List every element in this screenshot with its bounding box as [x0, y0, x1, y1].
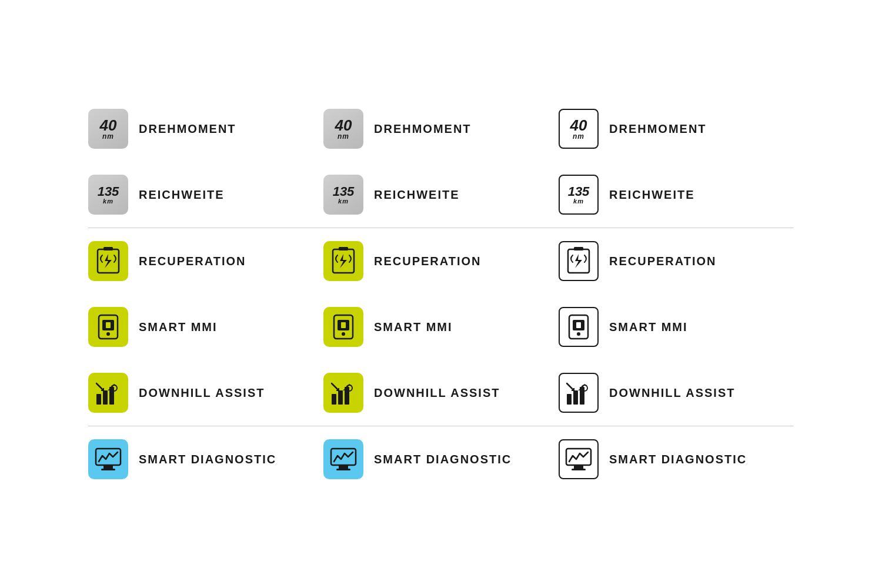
icon-smartdiag-blue-2	[323, 439, 363, 479]
svg-rect-35	[336, 469, 350, 470]
grid-layout: 40 nm DREHMOMENT 40 nm DREHMOMENT	[88, 96, 794, 492]
svg-rect-31	[103, 465, 113, 469]
icon-drehmoment-outline: 40 nm	[559, 109, 599, 149]
row-reichweite: 135 km REICHWEITE 135 km REICHWEITE	[88, 162, 794, 228]
label-smartdiag-2: SMART DIAGNOSTIC	[374, 453, 512, 466]
col-1-reichweite: 135 km REICHWEITE	[88, 175, 323, 215]
svg-rect-9	[106, 322, 111, 328]
label-drehmoment-2: DREHMOMENT	[374, 122, 472, 136]
col-2-smartmmi: SMART MMI	[323, 307, 559, 347]
icon-smartmmi-green-1	[88, 307, 128, 347]
label-smartmmi-2: SMART MMI	[374, 320, 453, 334]
col-2-recuperation: RECUPERATION	[323, 241, 559, 281]
icon-reichweite-outline: 135 km	[559, 175, 599, 215]
svg-point-16	[577, 332, 580, 336]
label-downhill-1: DOWNHILL ASSIST	[139, 386, 265, 400]
svg-rect-37	[574, 465, 583, 469]
svg-rect-33	[331, 449, 356, 465]
svg-rect-5	[574, 247, 583, 250]
label-recuperation-1: RECUPERATION	[139, 255, 246, 268]
svg-rect-22	[332, 394, 336, 405]
label-downhill-3: DOWNHILL ASSIST	[609, 386, 735, 400]
svg-rect-1	[103, 247, 113, 250]
svg-rect-19	[103, 390, 108, 405]
svg-rect-32	[101, 469, 115, 470]
recuperation-svg-3	[563, 246, 594, 276]
torque-num-1: 40	[100, 118, 117, 133]
label-reichweite-2: REICHWEITE	[374, 188, 460, 202]
icon-downhill-outline	[559, 373, 599, 413]
row-smartdiag: SMART DIAGNOSTIC SMART DIAGNOSTIC	[88, 426, 794, 492]
smartdiag-svg-1	[93, 444, 123, 475]
icon-recuperation-outline	[559, 241, 599, 281]
svg-rect-3	[339, 247, 348, 250]
smartdiag-svg-3	[563, 444, 594, 475]
icon-smartmmi-outline	[559, 307, 599, 347]
label-smartdiag-3: SMART DIAGNOSTIC	[609, 453, 747, 466]
svg-point-12	[342, 332, 345, 336]
label-recuperation-3: RECUPERATION	[609, 255, 717, 268]
icon-reichweite-gray-1: 135 km	[88, 175, 128, 215]
svg-rect-17	[576, 322, 581, 328]
smartmmi-svg-1	[93, 312, 123, 342]
col-2-smartdiag: SMART DIAGNOSTIC	[323, 439, 559, 479]
label-downhill-2: DOWNHILL ASSIST	[374, 386, 500, 400]
svg-rect-38	[572, 469, 586, 470]
icon-recuperation-green-1	[88, 241, 128, 281]
downhill-svg-2	[328, 377, 359, 408]
row-recuperation: RECUPERATION RECUPERATION	[88, 228, 794, 294]
svg-rect-23	[338, 390, 343, 405]
col-2-downhill: DOWNHILL ASSIST	[323, 373, 559, 413]
smartdiag-svg-2	[328, 444, 359, 475]
col-1-downhill: DOWNHILL ASSIST	[88, 373, 323, 413]
col-3-drehmoment: 40 nm DREHMOMENT	[559, 109, 794, 149]
svg-rect-26	[567, 394, 572, 405]
label-drehmoment-1: DREHMOMENT	[139, 122, 236, 136]
svg-rect-18	[96, 394, 101, 405]
icon-drehmoment-gray-2: 40 nm	[323, 109, 363, 149]
col-1-recuperation: RECUPERATION	[88, 241, 323, 281]
col-2-drehmoment: 40 nm DREHMOMENT	[323, 109, 559, 149]
col-2-reichweite: 135 km REICHWEITE	[323, 175, 559, 215]
row-downhill: DOWNHILL ASSIST DOWNHILL ASSIST	[88, 360, 794, 426]
icon-downhill-green-1	[88, 373, 128, 413]
label-recuperation-2: RECUPERATION	[374, 255, 482, 268]
main-container: 40 nm DREHMOMENT 40 nm DREHMOMENT	[0, 0, 882, 588]
svg-rect-30	[96, 449, 121, 465]
icon-reichweite-gray-2: 135 km	[323, 175, 363, 215]
label-smartmmi-1: SMART MMI	[139, 320, 218, 334]
downhill-svg-1	[93, 377, 123, 408]
col-3-recuperation: RECUPERATION	[559, 241, 794, 281]
col-1-smartmmi: SMART MMI	[88, 307, 323, 347]
svg-rect-27	[573, 390, 578, 405]
icon-smartdiag-outline	[559, 439, 599, 479]
icon-downhill-green-2	[323, 373, 363, 413]
icon-recuperation-green-2	[323, 241, 363, 281]
label-smartmmi-3: SMART MMI	[609, 320, 688, 334]
col-3-smartmmi: SMART MMI	[559, 307, 794, 347]
svg-point-8	[106, 332, 110, 336]
row-smartmmi: SMART MMI SMART MMI	[88, 294, 794, 360]
col-1-smartdiag: SMART DIAGNOSTIC	[88, 439, 323, 479]
label-smartdiag-1: SMART DIAGNOSTIC	[139, 453, 276, 466]
downhill-svg-3	[563, 377, 594, 408]
label-reichweite-1: REICHWEITE	[139, 188, 225, 202]
svg-rect-13	[341, 322, 346, 328]
icon-smartmmi-green-2	[323, 307, 363, 347]
smartmmi-svg-2	[328, 312, 359, 342]
row-drehmoment: 40 nm DREHMOMENT 40 nm DREHMOMENT	[88, 96, 794, 162]
col-1-drehmoment: 40 nm DREHMOMENT	[88, 109, 323, 149]
recuperation-svg-1	[93, 246, 123, 276]
label-drehmoment-3: DREHMOMENT	[609, 122, 707, 136]
col-3-downhill: DOWNHILL ASSIST	[559, 373, 794, 413]
icon-drehmoment-gray-1: 40 nm	[88, 109, 128, 149]
col-3-reichweite: 135 km REICHWEITE	[559, 175, 794, 215]
svg-rect-34	[339, 465, 348, 469]
col-3-smartdiag: SMART DIAGNOSTIC	[559, 439, 794, 479]
recuperation-svg-2	[328, 246, 359, 276]
smartmmi-svg-3	[563, 312, 594, 342]
label-reichweite-3: REICHWEITE	[609, 188, 695, 202]
svg-rect-36	[566, 449, 591, 465]
icon-smartdiag-blue-1	[88, 439, 128, 479]
